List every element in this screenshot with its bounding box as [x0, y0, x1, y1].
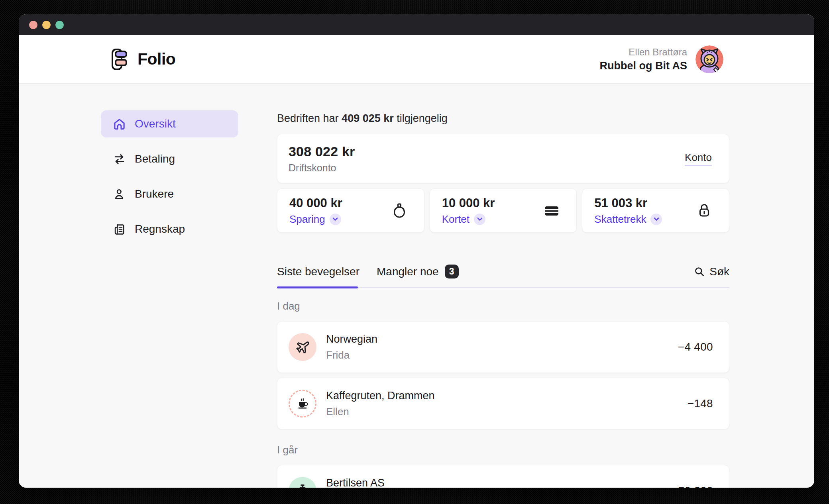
- transaction-amount: −148: [688, 397, 713, 410]
- sub-account-amount: 10 000 kr: [442, 196, 542, 210]
- transaction-row-bertilsen[interactable]: Bertilsen AS Driftskonto +70 200: [277, 465, 729, 488]
- sub-account-card-skattetrekk[interactable]: 51 003 kr Skattetrekk: [582, 188, 729, 233]
- company-name: Rubbel og Bit AS: [600, 60, 687, 72]
- transaction-info: Bertilsen AS Driftskonto: [326, 477, 672, 488]
- account-menu[interactable]: Ellen Brattøra Rubbel og Bit AS: [600, 45, 723, 73]
- transaction-subtitle: Ellen: [326, 406, 688, 418]
- active-tab-underline: [277, 286, 358, 288]
- plane-icon: [289, 333, 316, 361]
- sidebar-item-label: Oversikt: [135, 118, 176, 130]
- transfer-arrows-icon: [113, 153, 126, 165]
- main-account-name: Driftskonto: [289, 162, 685, 174]
- search-icon: [694, 266, 705, 277]
- sidebar-item-brukere[interactable]: Brukere: [101, 180, 238, 208]
- timer-check-icon: [289, 477, 316, 488]
- sidebar-item-label: Betaling: [135, 153, 175, 165]
- chevron-down-icon: [330, 214, 341, 225]
- sub-account-card-sparing[interactable]: 40 000 kr Sparing: [277, 188, 424, 233]
- intro-suffix: tilgjengelig: [397, 112, 448, 124]
- transactions-tabs: Siste bevegelser Mangler noe 3 Søk: [277, 265, 729, 288]
- tab-mangler-noe[interactable]: Mangler noe 3: [377, 265, 459, 278]
- tab-count-badge: 3: [445, 265, 459, 278]
- window-titlebar: [19, 14, 814, 35]
- sub-account-card-kortet[interactable]: 10 000 kr Kortet: [430, 188, 577, 233]
- sub-account-info: 10 000 kr Kortet: [442, 196, 542, 226]
- sub-account-dropdown[interactable]: Sparing: [289, 213, 390, 226]
- intro-prefix: Bedriften har: [277, 112, 339, 124]
- search-label: Søk: [709, 265, 729, 278]
- lock-icon: [695, 201, 714, 220]
- available-balance-text: Bedriften har 409 025 kr tilgjengelig: [277, 112, 729, 125]
- tab-label: Mangler noe: [377, 265, 439, 278]
- transaction-row-kaffegruten[interactable]: Kaffegruten, Drammen Ellen −148: [277, 378, 729, 429]
- chevron-down-icon: [650, 214, 662, 225]
- tab-siste-bevegelser[interactable]: Siste bevegelser: [277, 265, 359, 278]
- transaction-subtitle: Frida: [326, 349, 678, 361]
- transaction-row-norwegian[interactable]: Norwegian Frida −4 400: [277, 321, 729, 373]
- credit-card-icon: [542, 201, 561, 220]
- sub-account-dropdown[interactable]: Kortet: [442, 213, 542, 226]
- sub-accounts-row: 40 000 kr Sparing: [277, 188, 729, 233]
- transaction-info: Kaffegruten, Drammen Ellen: [326, 390, 688, 418]
- transaction-name: Norwegian: [326, 333, 678, 345]
- sub-account-label: Skattetrekk: [594, 213, 646, 226]
- close-window-button[interactable]: [29, 21, 37, 29]
- home-icon: [113, 118, 126, 130]
- transaction-amount: −4 400: [678, 341, 713, 353]
- group-title-yesterday: I går: [277, 444, 729, 456]
- ledger-icon: [113, 223, 126, 235]
- app-header: Folio Ellen Brattøra Rubbel og Bit AS: [19, 35, 814, 84]
- folio-logo-icon: [110, 48, 130, 71]
- user-name: Ellen Brattøra: [600, 47, 687, 58]
- sub-account-amount: 51 003 kr: [594, 196, 695, 210]
- app-window: Folio Ellen Brattøra Rubbel og Bit AS: [19, 14, 814, 488]
- sub-account-dropdown[interactable]: Skattetrekk: [594, 213, 695, 226]
- transaction-amount: +70 200: [672, 484, 713, 488]
- konto-link[interactable]: Konto: [685, 151, 712, 166]
- sidebar: Oversikt Betaling Bruker: [101, 84, 238, 251]
- sidebar-item-label: Regnskap: [135, 223, 185, 235]
- search-button[interactable]: Søk: [694, 265, 729, 278]
- transaction-name: Bertilsen AS: [326, 477, 672, 488]
- group-title-today: I dag: [277, 300, 729, 312]
- sidebar-item-betaling[interactable]: Betaling: [101, 145, 238, 173]
- user-info: Ellen Brattøra Rubbel og Bit AS: [600, 47, 687, 72]
- user-icon: [113, 188, 126, 200]
- sub-account-label: Sparing: [289, 213, 325, 226]
- sidebar-item-regnskap[interactable]: Regnskap: [101, 216, 238, 243]
- avatar[interactable]: [695, 45, 723, 73]
- tab-label: Siste bevegelser: [277, 265, 359, 278]
- available-amount: 409 025 kr: [342, 112, 394, 124]
- sub-account-info: 40 000 kr Sparing: [289, 196, 390, 226]
- transaction-info: Norwegian Frida: [326, 333, 678, 361]
- zoom-window-button[interactable]: [55, 21, 64, 29]
- purse-icon: [390, 201, 409, 220]
- sub-account-label: Kortet: [442, 213, 470, 226]
- sub-account-amount: 40 000 kr: [289, 196, 390, 210]
- main-account-amount: 308 022 kr: [289, 144, 685, 159]
- main-account-info: 308 022 kr Driftskonto: [289, 144, 685, 174]
- main-panel: Bedriften har 409 025 kr tilgjengelig 30…: [277, 84, 729, 488]
- chevron-down-icon: [474, 214, 485, 225]
- coffee-cup-icon: [289, 390, 316, 418]
- brand[interactable]: Folio: [110, 48, 175, 71]
- sidebar-item-oversikt[interactable]: Oversikt: [101, 110, 238, 137]
- sidebar-item-label: Brukere: [135, 188, 174, 200]
- sub-account-info: 51 003 kr Skattetrekk: [594, 196, 695, 226]
- app-title: Folio: [138, 50, 175, 69]
- minimize-window-button[interactable]: [42, 21, 51, 29]
- main-account-card[interactable]: 308 022 kr Driftskonto Konto: [277, 134, 729, 183]
- transaction-name: Kaffegruten, Drammen: [326, 390, 688, 402]
- content-area: Oversikt Betaling Bruker: [19, 84, 814, 488]
